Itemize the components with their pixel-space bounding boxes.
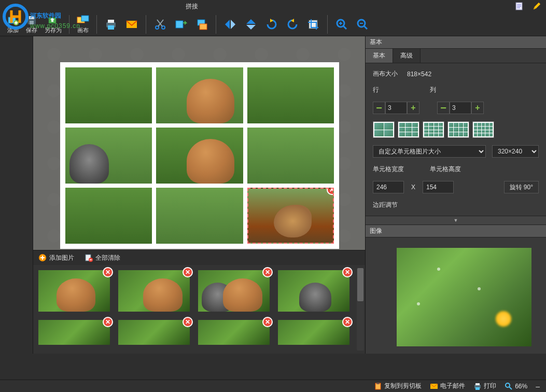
cols-increment[interactable]: + [471, 102, 484, 114]
canvas-button[interactable]: 画布 [74, 13, 92, 35]
template-3x4[interactable] [447, 121, 469, 138]
thumbnail[interactable]: ✕ [198, 320, 270, 345]
svg-marker-29 [270, 19, 273, 22]
rotate-right-icon[interactable] [283, 17, 302, 32]
collage-cell-selected[interactable]: ✕ [247, 188, 334, 244]
collage-cell[interactable] [65, 128, 152, 184]
cols-label: 列 [430, 86, 459, 94]
saveas-button[interactable]: 另存为 [41, 13, 65, 35]
menu-pinjie[interactable]: 拼接 [181, 1, 202, 12]
flip-v-icon[interactable] [241, 17, 261, 32]
rotate-left-icon[interactable] [262, 17, 282, 32]
collage-cell[interactable] [65, 67, 152, 123]
thumb-delete-icon[interactable]: ✕ [183, 317, 193, 327]
template-4x5[interactable] [472, 121, 494, 138]
print-icon[interactable] [101, 17, 121, 32]
thumb-delete-icon[interactable]: ✕ [262, 317, 273, 327]
cell-w-label: 单元格宽度 [373, 165, 425, 174]
svg-rect-18 [108, 25, 114, 30]
zoom-out-icon[interactable] [353, 17, 372, 32]
thumb-delete-icon[interactable]: ✕ [103, 317, 113, 327]
paste-icon[interactable] [192, 17, 212, 32]
svg-marker-26 [231, 20, 235, 29]
zoom-in-icon[interactable] [332, 17, 352, 32]
svg-line-46 [509, 387, 512, 389]
cell-height-input[interactable] [423, 181, 454, 193]
preview-image [397, 248, 531, 346]
collage-cell[interactable] [156, 67, 243, 123]
collage-cell[interactable] [247, 128, 334, 184]
scrollbar[interactable] [357, 268, 364, 351]
thumb-delete-icon[interactable]: ✕ [342, 317, 353, 327]
cut-icon[interactable] [150, 17, 170, 32]
crop-icon[interactable] [303, 17, 323, 32]
cell-width-input[interactable] [373, 181, 404, 193]
svg-marker-27 [246, 19, 256, 24]
thumbnail[interactable]: ✕ [278, 270, 349, 312]
properties-panel: 基本 基本 高级 画布大小 818×542 行 列 − + [365, 36, 546, 354]
collage-cell[interactable] [156, 188, 243, 244]
tab-basic[interactable]: 基本 [366, 49, 393, 63]
collage-cell[interactable] [156, 128, 243, 184]
status-print[interactable]: 打印 [473, 382, 496, 390]
thumb-delete-icon[interactable]: ✕ [342, 267, 353, 277]
canvas-size-value: 818×542 [407, 71, 431, 78]
menubar: 拼接 [0, 0, 546, 12]
add-image-button[interactable]: 添加图片 [38, 254, 74, 262]
margin-label: 边距调节 [373, 201, 402, 209]
svg-marker-30 [291, 19, 294, 22]
swap-icon[interactable]: X [411, 184, 415, 191]
flip-h-icon[interactable] [220, 17, 240, 32]
collage-cell[interactable] [65, 188, 152, 244]
rotate-90-button[interactable]: 旋转 90° [504, 181, 539, 193]
rows-decrement[interactable]: − [373, 102, 385, 114]
section-collapse[interactable] [366, 216, 546, 225]
rows-input[interactable] [385, 102, 407, 114]
thumbnail[interactable]: ✕ [38, 320, 110, 345]
thumbnail[interactable]: ✕ [38, 270, 110, 312]
template-4x4[interactable] [423, 121, 444, 138]
template-2x2[interactable] [373, 121, 395, 138]
svg-rect-40 [376, 383, 380, 384]
clear-all-button[interactable]: 全部清除 [85, 254, 120, 262]
svg-rect-24 [200, 24, 207, 30]
thumb-delete-icon[interactable]: ✕ [183, 267, 193, 277]
copy-icon[interactable] [171, 17, 191, 32]
status-minus[interactable]: – [536, 382, 540, 390]
thumbnail[interactable]: ✕ [198, 270, 270, 312]
status-email[interactable]: 电子邮件 [430, 382, 465, 390]
canvas-size-label: 画布大小 [373, 69, 402, 78]
collage-grid: ✕ [60, 62, 339, 249]
svg-rect-17 [108, 20, 114, 23]
svg-marker-25 [225, 20, 230, 29]
svg-rect-11 [30, 21, 34, 24]
save-button[interactable]: 保存 [23, 13, 40, 35]
cols-input[interactable] [450, 102, 471, 114]
thumbnail[interactable]: ✕ [118, 270, 190, 312]
thumb-delete-icon[interactable]: ✕ [103, 267, 113, 277]
svg-rect-10 [29, 16, 34, 19]
tab-advanced[interactable]: 高级 [393, 49, 421, 63]
image-section-title: 图像 [366, 225, 546, 237]
image-preview [366, 237, 546, 354]
scrollbar-handle[interactable] [357, 268, 363, 301]
svg-line-33 [343, 26, 346, 29]
email-icon[interactable] [122, 17, 142, 32]
pencil-icon[interactable] [533, 2, 541, 10]
cell-mode-select[interactable]: 自定义单元格图片大小 [373, 145, 486, 158]
cell-delete-icon[interactable]: ✕ [327, 188, 334, 195]
add-button[interactable]: 添加 [4, 13, 22, 35]
rows-increment[interactable]: + [407, 102, 419, 114]
cols-decrement[interactable]: − [437, 102, 450, 114]
thumb-delete-icon[interactable]: ✕ [262, 267, 273, 277]
thumbnail[interactable]: ✕ [278, 320, 349, 345]
notes-icon[interactable] [515, 2, 523, 10]
thumbnail[interactable]: ✕ [118, 320, 190, 345]
status-zoom[interactable]: 66% [505, 382, 527, 390]
collage-cell[interactable] [247, 67, 334, 123]
canvas-workspace[interactable]: ✕ [33, 36, 365, 250]
svg-rect-43 [475, 383, 480, 385]
template-3x3[interactable] [398, 121, 419, 138]
size-preset-select[interactable]: 320×240 [492, 145, 539, 158]
status-clipboard[interactable]: 复制到剪切板 [374, 382, 422, 390]
